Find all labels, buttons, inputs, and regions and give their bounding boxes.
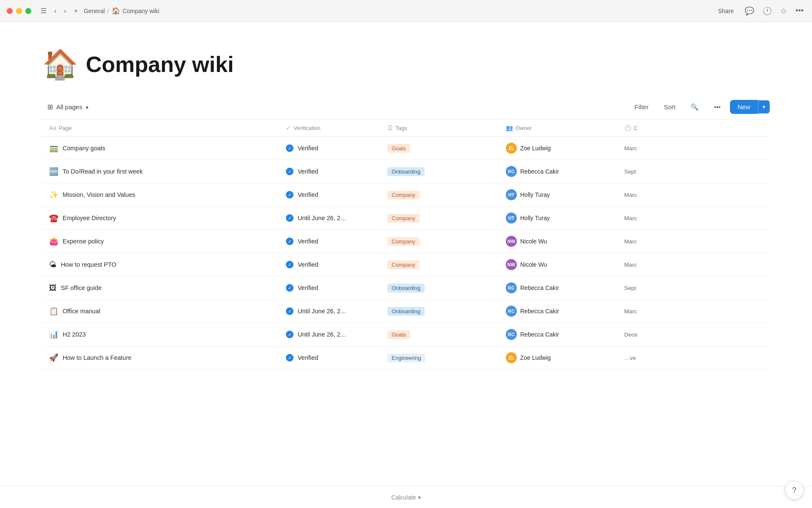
minimize-button[interactable] xyxy=(16,8,22,14)
col-header-owner: 👥 Owner xyxy=(499,119,617,136)
verified-icon: ✓ xyxy=(286,331,294,338)
date-value: Marc xyxy=(624,308,637,315)
owner-cell: RC Rebecca Cakir xyxy=(499,300,617,323)
breadcrumb-parent[interactable]: General xyxy=(84,8,105,14)
avatar: HT xyxy=(506,189,517,200)
verification-cell: ✓ Verified xyxy=(279,230,381,253)
date-value: …ve xyxy=(624,355,636,361)
page-title-area: 🏠 Company wiki xyxy=(42,47,770,81)
page-name: Mission, Vision and Values xyxy=(63,191,135,198)
back-button[interactable]: ‹ xyxy=(52,6,59,17)
date-value: Sept xyxy=(624,285,636,291)
verification-status: Verified xyxy=(298,354,318,361)
date-value: Dece xyxy=(624,331,638,338)
owner-name: Rebecca Cakir xyxy=(520,168,559,175)
titlebar-actions: Share 💬 🕐 ☆ ••• xyxy=(714,5,805,17)
new-button-caret[interactable]: ▾ xyxy=(758,100,770,113)
close-button[interactable] xyxy=(7,8,13,14)
verification-status: Until June 26, 2… xyxy=(298,308,346,315)
page-name: SF office guide xyxy=(61,284,102,291)
date-value: Marc xyxy=(624,238,637,245)
date-cell: Marc xyxy=(617,207,702,229)
filter-button[interactable]: Filter xyxy=(628,101,654,113)
table-row[interactable]: 📊 H2 2023 ✓ Until June 26, 2… Goals RC R… xyxy=(42,323,770,346)
table-row[interactable]: ✨ Mission, Vision and Values ✓ Verified … xyxy=(42,183,770,207)
toolbar-right: Filter Sort 🔍 ••• New ▾ xyxy=(628,100,770,114)
owner-cell: RC Rebecca Cakir xyxy=(499,160,617,183)
date-cell: Marc xyxy=(617,183,702,206)
tag-badge: Goals xyxy=(387,144,410,153)
table-row[interactable]: 👛 Expense policy ✓ Verified Company NW N… xyxy=(42,230,770,253)
verification-cell: ✓ Until June 26, 2… xyxy=(279,323,381,346)
maximize-button[interactable] xyxy=(25,8,31,14)
owner-name: Zoe Ludwig xyxy=(520,354,551,361)
table-row[interactable]: ☎️ Employee Directory ✓ Until June 26, 2… xyxy=(42,207,770,230)
owner-cell: NW Nicole Wu xyxy=(499,253,617,276)
forward-button[interactable]: › xyxy=(61,6,69,17)
tag-badge: Company xyxy=(387,237,420,246)
bottom-bar: Calculate ▾ xyxy=(0,486,812,508)
table-row[interactable]: 📋 Office manual ✓ Until June 26, 2… Onbo… xyxy=(42,300,770,323)
more-options-icon[interactable]: ••• xyxy=(794,5,805,17)
table-row[interactable]: 🆕 To Do/Read in your first week ✓ Verifi… xyxy=(42,160,770,183)
calculate-button[interactable]: Calculate ▾ xyxy=(391,494,420,501)
date-cell: Dece xyxy=(617,323,702,346)
help-button[interactable]: ? xyxy=(785,481,804,500)
tag-cell: Goals xyxy=(381,323,499,346)
row-icon: 🖼 xyxy=(49,284,57,293)
favorite-icon[interactable]: ☆ xyxy=(779,5,789,17)
col-label-owner: Owner xyxy=(516,125,532,131)
owner-name: Rebecca Cakir xyxy=(520,331,559,338)
verified-icon: ✓ xyxy=(286,284,294,292)
tag-badge: Engineering xyxy=(387,353,425,362)
add-tab-button[interactable]: + xyxy=(71,6,80,17)
new-button[interactable]: New xyxy=(730,100,758,114)
table-row[interactable]: 🚀 How to Launch a Feature ✓ Verified Eng… xyxy=(42,346,770,370)
row-icon: 🌤 xyxy=(49,260,57,269)
page-name: Office manual xyxy=(63,308,100,315)
avatar: ZL xyxy=(506,352,517,363)
table-row[interactable]: 🖼 SF office guide ✓ Verified Onboarding … xyxy=(42,276,770,300)
sidebar-toggle[interactable]: ☰ xyxy=(38,5,49,17)
avatar: RC xyxy=(506,166,517,177)
grid-icon: ⊞ xyxy=(47,103,53,111)
history-icon[interactable]: 🕐 xyxy=(761,5,774,17)
date-cell: Marc xyxy=(617,137,702,160)
sort-button[interactable]: Sort xyxy=(658,101,682,113)
date-cell: Marc xyxy=(617,253,702,276)
page-cell: 📊 H2 2023 xyxy=(42,323,279,346)
view-selector[interactable]: ⊞ All pages xyxy=(42,100,93,113)
share-button[interactable]: Share xyxy=(714,6,738,16)
page-name: How to Launch a Feature xyxy=(63,354,132,361)
date-value: Marc xyxy=(624,262,637,268)
date-value: Marc xyxy=(624,192,637,198)
avatar: HT xyxy=(506,213,517,224)
owner-cell: HT Holly Turay xyxy=(499,207,617,229)
verification-status: Until June 26, 2… xyxy=(298,331,346,338)
col-header-verification: ✓ Verification xyxy=(279,119,381,136)
avatar: RC xyxy=(506,282,517,293)
table-row[interactable]: 🌤 How to request PTO ✓ Verified Company … xyxy=(42,253,770,276)
owner-name: Nicole Wu xyxy=(520,238,547,245)
verified-icon: ✓ xyxy=(286,261,294,268)
date-cell: …ve xyxy=(617,346,702,369)
verification-status: Until June 26, 2… xyxy=(298,215,346,221)
tag-cell: Company xyxy=(381,207,499,229)
page-icon-small: 🏠 xyxy=(112,7,120,15)
breadcrumb-separator: / xyxy=(107,8,109,14)
verification-cell: ✓ Verified xyxy=(279,276,381,299)
row-icon: ✨ xyxy=(49,190,58,199)
avatar: RC xyxy=(506,329,517,340)
tag-badge: Onboarding xyxy=(387,284,425,293)
comments-icon[interactable]: 💬 xyxy=(743,5,756,17)
search-button[interactable]: 🔍 xyxy=(685,101,705,113)
more-actions-button[interactable]: ••• xyxy=(708,101,727,113)
row-icon: ☎️ xyxy=(49,213,58,223)
page-name: Company goals xyxy=(63,145,105,152)
table-row[interactable]: 🚃 Company goals ✓ Verified Goals ZL Zoe … xyxy=(42,137,770,160)
page-name: H2 2023 xyxy=(63,331,86,338)
page-cell: 👛 Expense policy xyxy=(42,230,279,253)
col-header-page: Aa Page xyxy=(42,119,279,136)
page-cell: 🚃 Company goals xyxy=(42,137,279,160)
help-icon: ? xyxy=(792,486,796,495)
